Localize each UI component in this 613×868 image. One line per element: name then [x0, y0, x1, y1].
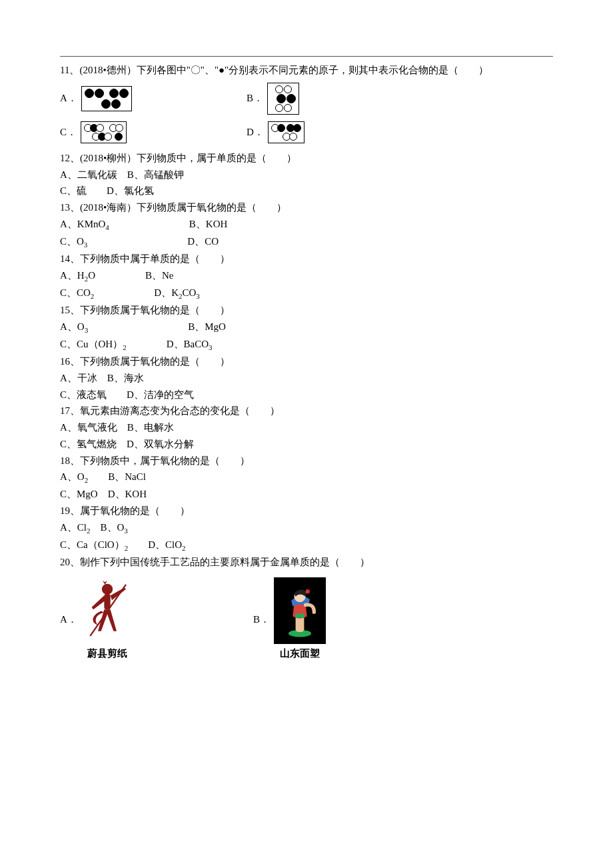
q20-B-label: B．: [253, 611, 270, 628]
q13-CD: C、O3 D、CO: [60, 233, 553, 251]
q15-CD: C、Cu（OH）2 D、BaCO3: [60, 336, 553, 353]
q15-AB: A、O3 B、MgO: [60, 319, 553, 336]
q12-text: 12、(2018•柳州）下列物质中，属于单质的是（ ）: [60, 150, 553, 167]
q20-text: 20、制作下列中国传统手工艺品的主要原料属于金属单质的是（ ）: [60, 554, 553, 571]
top-rule: [60, 56, 553, 57]
q20-B-caption: 山东面塑: [280, 645, 320, 662]
svg-point-6: [306, 589, 310, 593]
q12-AB: A、二氧化碳 B、高锰酸钾: [60, 167, 553, 183]
q20-A-label: A．: [60, 611, 77, 628]
q20-B-image: [274, 577, 326, 644]
q11-D-diagram: [268, 121, 305, 143]
q17-text: 17、氧元素由游离态变为化合态的变化是（ ）: [60, 403, 553, 419]
q19-text: 19、属于氧化物的是（ ）: [60, 503, 553, 519]
q18-text: 18、下列物质中，属于氧化物的是（ ）: [60, 453, 553, 469]
q11-B-label: B．: [247, 90, 263, 107]
q16-AB: A、干冰 B、海水: [60, 370, 553, 387]
q15-text: 15、下列物质属于氧化物的是（ ）: [60, 302, 553, 319]
q14-AB: A、H2O B、Ne: [60, 267, 553, 285]
q11-A-diagram: [81, 86, 132, 111]
q20-A-image: [81, 577, 133, 644]
q11-row2: C． D．: [60, 121, 553, 143]
q13-AB: A、KMnO4 B、KOH: [60, 216, 553, 233]
q16-CD: C、液态氧 D、洁净的空气: [60, 387, 553, 403]
q11-A-label: A．: [60, 90, 77, 107]
q20-A-caption: 蔚县剪纸: [87, 645, 127, 662]
q13-text: 13、(2018•海南）下列物质属于氧化物的是（ ）: [60, 199, 553, 216]
svg-point-0: [102, 583, 113, 594]
q18-CD: C、MgO D、KOH: [60, 486, 553, 503]
q11-row1: A． B．: [60, 83, 553, 115]
q14-text: 14、下列物质中属于单质的是（ ）: [60, 251, 553, 267]
svg-rect-7: [296, 613, 305, 617]
q19-AB: A、Cl2 B、O3: [60, 519, 553, 537]
q17-AB: A、氧气液化 B、电解水: [60, 419, 553, 436]
q17-CD: C、氢气燃烧 D、双氧水分解: [60, 436, 553, 453]
q12-CD: C、硫 D、氯化氢: [60, 183, 553, 199]
q16-text: 16、下列物质属于氧化物的是（ ）: [60, 353, 553, 370]
q11-C-diagram: [81, 121, 127, 143]
q20-options: A． 蔚县剪纸 B．: [60, 577, 553, 662]
q11-text: 11、(2018•德州）下列各图中"〇"、"●"分别表示不同元素的原子，则其中表…: [60, 62, 553, 79]
q14-CD: C、CO2 D、K2CO3: [60, 285, 553, 302]
q11-D-label: D．: [247, 124, 264, 141]
q11-C-label: C．: [60, 124, 77, 141]
q19-CD: C、Ca（ClO）2 D、ClO2: [60, 537, 553, 554]
q11-B-diagram: [267, 83, 299, 115]
q18-AB: A、O2 B、NaCl: [60, 469, 553, 486]
